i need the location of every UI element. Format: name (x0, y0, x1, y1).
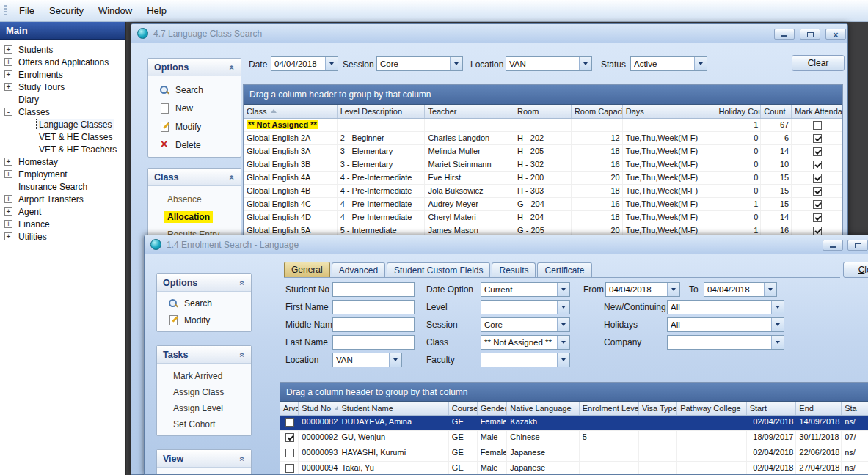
tree-expander-icon[interactable]: + (4, 58, 12, 66)
column-header[interactable]: Visa Type (639, 402, 677, 415)
column-header[interactable]: Course (449, 402, 478, 415)
table-row[interactable]: Global English 4C4 - Pre-IntermediateAud… (244, 198, 842, 211)
sidebar-item-vet-he-classes[interactable]: VET & HE Classes (0, 130, 125, 143)
menu-file[interactable]: File (12, 1, 42, 20)
sidebar-item-homestay[interactable]: +Homestay (0, 155, 125, 168)
column-header[interactable]: Gender (478, 402, 508, 415)
chevron-down-icon[interactable] (771, 301, 784, 314)
collapse-chevron-icon[interactable]: « (238, 280, 248, 285)
chevron-down-icon[interactable] (667, 283, 679, 296)
from-date-combo[interactable]: 04/04/2018 (605, 282, 680, 297)
chevron-down-icon[interactable] (557, 336, 569, 349)
sidebar-item-enrolments[interactable]: +Enrolments (0, 68, 125, 81)
to-date-combo[interactable]: 04/04/2018 (704, 282, 777, 297)
column-header[interactable]: Holiday Count (715, 105, 761, 118)
group-by-bar[interactable]: Drag a column header to group by that co… (280, 383, 868, 402)
menu-window[interactable]: Window (91, 1, 139, 20)
sidebar-item-airport-transfers[interactable]: +Airport Transfers (0, 193, 125, 205)
checkbox[interactable] (813, 200, 822, 209)
column-header[interactable]: Enrolment Level (580, 402, 639, 415)
tab-general[interactable]: General (284, 262, 330, 277)
column-header[interactable]: End (796, 402, 842, 415)
location-filter[interactable]: VAN (506, 56, 592, 71)
column-header[interactable]: Room Capacity (572, 105, 623, 118)
tree-expander-icon[interactable]: + (4, 45, 12, 54)
options-search[interactable]: Search (157, 295, 251, 312)
table-row[interactable]: Global English 3A3 - ElementaryMelinda M… (244, 145, 842, 158)
student-no-input[interactable] (332, 282, 415, 297)
table-row[interactable]: 0000009359HAYASHI, KurumiGEFemaleJapanes… (280, 446, 868, 462)
column-header[interactable]: Pathway College (677, 402, 747, 415)
task-mark-arrived[interactable]: Mark Arrived (157, 368, 251, 384)
sidebar-item-utilities[interactable]: +Utilities (0, 230, 125, 243)
tree-expander-icon[interactable]: + (4, 232, 12, 240)
group-by-bar[interactable]: Drag a column header to group by that co… (244, 85, 842, 105)
minimize-button[interactable] (823, 240, 843, 251)
faculty-combo[interactable] (481, 353, 570, 367)
tab-advanced[interactable]: Advanced (332, 262, 385, 277)
checkbox[interactable] (813, 174, 822, 183)
table-row[interactable]: 0000008213DUDAYEVA, AminaGEFemaleKazakh0… (280, 416, 868, 431)
sidebar-item-students[interactable]: +Students (0, 43, 125, 56)
task-assign-class[interactable]: Assign Class (157, 384, 251, 400)
collapse-chevron-icon[interactable]: « (238, 352, 248, 357)
chevron-down-icon[interactable] (557, 301, 569, 314)
tree-expander-icon[interactable]: + (4, 83, 12, 91)
sidebar-item-study-tours[interactable]: +Study Tours (0, 81, 125, 93)
column-header[interactable]: Class (244, 105, 338, 118)
tab-results[interactable]: Results (492, 262, 536, 277)
options-modify[interactable]: Modify (148, 117, 241, 136)
checkbox[interactable] (813, 134, 822, 143)
chevron-down-icon[interactable] (325, 57, 338, 70)
tab-student-custom-fields[interactable]: Student Custom Fields (387, 262, 490, 277)
sidebar-item-insurance-search[interactable]: Insurance Search (0, 180, 125, 193)
column-header[interactable]: Teacher (425, 105, 514, 118)
table-row[interactable]: Global English 4D4 - Pre-IntermediateChe… (244, 211, 842, 224)
table-row[interactable]: 0000009435Takai, YuGEMaleJapanese02/04/2… (280, 462, 868, 475)
checkbox[interactable] (813, 187, 822, 196)
sidebar-item-offers-and-applications[interactable]: +Offers and Applications (0, 56, 125, 68)
collapse-chevron-icon[interactable]: « (227, 174, 238, 180)
column-header[interactable]: Start (747, 402, 797, 415)
checkbox[interactable] (285, 433, 294, 442)
options-delete[interactable]: Delete (148, 136, 241, 154)
sidebar-item-agent[interactable]: +Agent (0, 205, 125, 218)
location-combo[interactable]: VAN (332, 353, 402, 367)
sidebar-item-finance[interactable]: +Finance (0, 218, 125, 230)
holidays-combo[interactable]: All (667, 317, 784, 332)
checkbox[interactable] (285, 418, 294, 427)
chevron-down-icon[interactable] (579, 57, 591, 70)
column-header[interactable]: Mark Attendar (792, 105, 842, 118)
column-header[interactable]: Days (623, 105, 716, 118)
tree-expander-icon[interactable]: + (4, 70, 12, 78)
options-panel-header[interactable]: Options « (157, 274, 251, 292)
tree-expander-icon[interactable]: + (4, 195, 12, 203)
chevron-down-icon[interactable] (557, 283, 569, 296)
column-header[interactable]: Count (761, 105, 792, 118)
level-combo[interactable] (481, 300, 570, 314)
table-row[interactable]: 0000009262GU, WenjunGEMaleChinese518/09/… (280, 431, 868, 446)
company-combo[interactable] (667, 335, 784, 350)
options-panel-header[interactable]: Options « (148, 59, 241, 76)
collapse-chevron-icon[interactable]: « (238, 456, 248, 461)
column-header[interactable]: Native Language (507, 402, 579, 415)
menu-security[interactable]: Security (42, 1, 91, 20)
date-option-combo[interactable]: Current (481, 282, 570, 297)
class-combo[interactable]: ** Not Assigned ** (481, 335, 570, 350)
table-row[interactable]: Global English 2A2 - BeginnerCharles Lan… (244, 132, 842, 145)
sidebar-item-language-classes[interactable]: Language Classes (0, 118, 125, 130)
middle-name-input[interactable] (332, 317, 415, 332)
task-assign-level[interactable]: Assign Level (157, 400, 251, 416)
column-header[interactable]: Student Name (338, 402, 448, 415)
tree-expander-icon[interactable]: + (4, 158, 12, 166)
table-row[interactable]: Global English 4A4 - Pre-IntermediateEve… (244, 172, 842, 185)
checkbox[interactable] (285, 449, 294, 457)
tree-expander-icon[interactable]: + (4, 220, 12, 228)
sidebar-item-vet-he-teachers[interactable]: VET & HE Teachers (0, 143, 125, 155)
session-combo[interactable]: Core (481, 317, 570, 332)
column-header[interactable]: Level Description (338, 105, 426, 118)
clear-button[interactable]: Clear (843, 262, 868, 278)
chevron-down-icon[interactable] (694, 57, 707, 70)
column-header[interactable]: Room (514, 105, 572, 118)
maximize-button[interactable] (847, 240, 868, 251)
